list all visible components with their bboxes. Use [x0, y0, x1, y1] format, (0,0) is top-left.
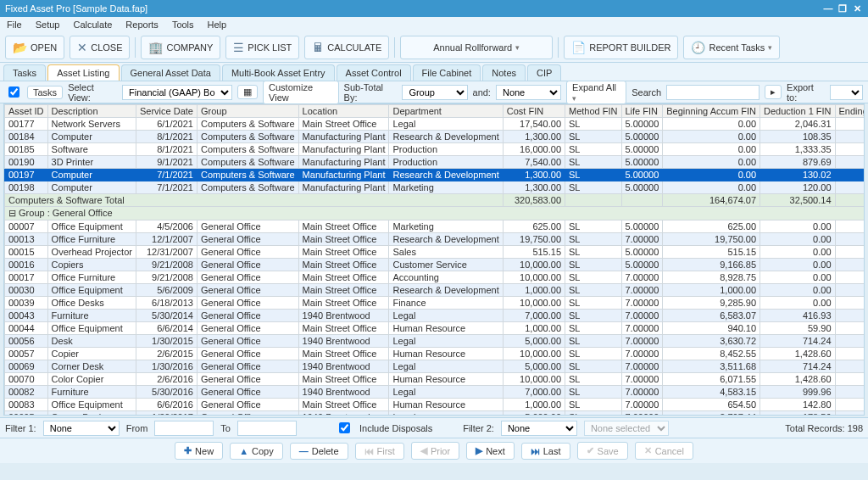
cell[interactable]: Main Street Office [298, 271, 389, 284]
col-header[interactable]: Life FIN [621, 105, 663, 118]
rollforward-dropdown[interactable]: Annual Rollforward [400, 36, 553, 59]
cell[interactable]: Human Resource [389, 399, 503, 411]
table-row[interactable]: 00095Corner Desk1/30/2017General Office1… [5, 411, 865, 416]
export-dropdown[interactable] [830, 85, 863, 100]
tab-multi-book[interactable]: Multi-Book Asset Entry [222, 64, 335, 81]
cell[interactable]: Office Desks [47, 297, 136, 310]
cell[interactable]: 8,452.55 [663, 348, 760, 360]
cell[interactable]: SL [565, 156, 621, 169]
cell[interactable]: Corner Desk [47, 411, 136, 416]
cell[interactable]: 10,000.00 [503, 271, 565, 284]
cell[interactable]: General Office [197, 271, 298, 284]
cell[interactable]: SL [565, 271, 621, 284]
cancel-button[interactable]: ✕Cancel [635, 442, 693, 460]
select-view-dropdown[interactable]: Financial (GAAP) Book [122, 85, 232, 100]
cell[interactable]: Network Servers [47, 118, 136, 131]
cell[interactable]: 7.00000 [621, 335, 663, 348]
cell[interactable]: 625.00 [503, 220, 565, 233]
cell[interactable]: SL [565, 246, 621, 259]
cell[interactable]: 6/6/2014 [136, 322, 197, 335]
cell[interactable]: Furniture [47, 386, 136, 399]
cell[interactable]: SL [565, 143, 621, 156]
maximize-icon[interactable]: ❐ [837, 3, 849, 14]
cell[interactable]: Office Furniture [47, 233, 136, 246]
cell[interactable]: Software [47, 143, 136, 156]
cell[interactable]: 00013 [5, 233, 48, 246]
cell[interactable]: 1,300.00 [503, 131, 565, 143]
include-disposals-checkbox[interactable] [339, 422, 350, 433]
expand-all-button[interactable]: Expand All [566, 81, 626, 104]
cell[interactable]: Computer [47, 131, 136, 143]
cell[interactable]: 6/1/2021 [136, 118, 197, 131]
cell[interactable]: 7,000.00 [503, 310, 565, 322]
cell[interactable]: 19,750.00 [663, 233, 760, 246]
last-button[interactable]: ⏭Last [521, 443, 570, 460]
cell[interactable]: Computers & Software [197, 169, 298, 181]
cell[interactable]: 7.00000 [621, 360, 663, 373]
menu-file[interactable]: File [3, 20, 25, 30]
cell[interactable]: 0.00 [760, 297, 835, 310]
cell[interactable]: 164,674.07 [663, 194, 760, 207]
cell[interactable]: 1,333.35 [835, 143, 865, 156]
cell[interactable]: SL [565, 348, 621, 360]
cell[interactable]: 0.00 [663, 181, 760, 194]
col-header[interactable]: Cost FIN [503, 105, 565, 118]
cell[interactable]: 142.80 [760, 399, 835, 411]
cell[interactable]: 0.00 [760, 259, 835, 271]
table-row[interactable]: 00056Desk1/30/2015General Office1940 Bre… [5, 335, 865, 348]
cell[interactable]: 00082 [5, 386, 48, 399]
col-header[interactable]: Deduction 1 FIN [760, 105, 835, 118]
search-input[interactable] [666, 85, 760, 100]
filter2-dropdown[interactable]: None [501, 421, 577, 436]
cell[interactable]: Marketing [389, 220, 503, 233]
cell[interactable]: SL [565, 284, 621, 297]
cell[interactable]: 1/30/2016 [136, 360, 197, 373]
group-header-row[interactable]: ⊟ Group : General Office [5, 207, 865, 220]
cell[interactable]: Finance [389, 297, 503, 310]
tab-general-asset-data[interactable]: General Asset Data [121, 64, 220, 81]
cell[interactable]: General Office [197, 297, 298, 310]
calculate-button[interactable]: 🖩CALCULATE [304, 36, 389, 59]
cell[interactable]: Furniture [47, 310, 136, 322]
cell[interactable]: 6,071.55 [663, 373, 760, 386]
cell[interactable]: 3,511.68 [663, 360, 760, 373]
cell[interactable]: 5.00000 [621, 181, 663, 194]
cell[interactable]: 320,583.00 [503, 194, 565, 207]
tab-file-cabinet[interactable]: File Cabinet [413, 64, 481, 81]
cell[interactable]: 1/30/2017 [136, 411, 197, 416]
cell[interactable]: 00095 [5, 411, 48, 416]
cell[interactable]: 3,630.72 [663, 335, 760, 348]
close-icon[interactable]: ✕ [851, 3, 863, 14]
cell[interactable]: SL [565, 310, 621, 322]
table-row[interactable]: 00043Furniture5/30/2014General Office194… [5, 310, 865, 322]
cell[interactable]: 10,000.00 [503, 373, 565, 386]
cell[interactable]: 00039 [5, 297, 48, 310]
cell[interactable]: 16,000.00 [503, 143, 565, 156]
cell[interactable]: 7,500.15 [835, 373, 865, 386]
cell[interactable]: Main Street Office [298, 233, 389, 246]
table-row[interactable]: 00185Software8/1/2021Computers & Softwar… [5, 143, 865, 156]
cell[interactable]: 178.56 [760, 411, 835, 416]
cell[interactable]: 00197 [5, 169, 48, 181]
filter1-dropdown[interactable]: None [43, 421, 120, 436]
cell[interactable]: 8,928.75 [663, 271, 760, 284]
cell[interactable]: 5.00000 [621, 131, 663, 143]
cell[interactable]: 108.35 [835, 131, 865, 143]
tab-cip[interactable]: CIP [527, 64, 561, 81]
cell[interactable]: 12/31/2007 [136, 246, 197, 259]
cell[interactable]: 999.96 [760, 386, 835, 399]
cell[interactable]: 1,428.60 [760, 373, 835, 386]
cell[interactable]: 5,583.11 [835, 386, 865, 399]
close-button[interactable]: ✕CLOSE [70, 36, 130, 59]
cell[interactable]: Sales [389, 246, 503, 259]
cell[interactable]: 10,000.00 [503, 297, 565, 310]
cell[interactable]: 1,300.00 [503, 181, 565, 194]
cell[interactable]: 6,583.07 [663, 310, 760, 322]
cell[interactable]: 4,583.15 [663, 386, 760, 399]
recent-tasks-button[interactable]: 🕘Recent Tasks [683, 36, 780, 59]
cell[interactable]: SL [565, 220, 621, 233]
cell[interactable]: 9,166.85 [663, 259, 760, 271]
cell[interactable]: Corner Desk [47, 360, 136, 373]
cell[interactable]: 0.00 [663, 156, 760, 169]
cell[interactable]: 1,000.00 [503, 399, 565, 411]
